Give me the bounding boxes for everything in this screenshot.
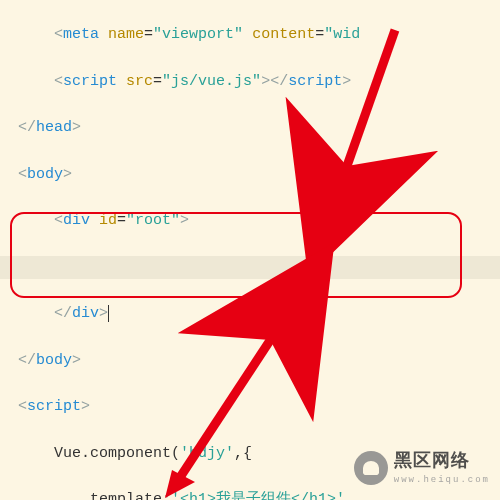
watermark-text: 黑区网络 (394, 448, 490, 476)
code-block: <meta name="viewport" content="wid <scri… (0, 0, 500, 500)
watermark-icon (354, 451, 388, 485)
code-line: </div> (18, 302, 500, 325)
highlighted-line (0, 256, 500, 279)
watermark: 黑区网络 www.heiqu.com (354, 448, 490, 488)
code-line: </head> (18, 116, 500, 139)
code-line: </body> (18, 349, 500, 372)
code-line: <meta name="viewport" content="wid (18, 23, 500, 46)
code-line: <script> (18, 395, 500, 418)
text-cursor (108, 305, 109, 322)
code-line: <script src="js/vue.js"></script> (18, 70, 500, 93)
code-line: <div id="root"> (18, 209, 500, 232)
code-line: template:'<h1>我是子组件</h1>' (18, 488, 500, 500)
code-line: <body> (18, 163, 500, 186)
watermark-url: www.heiqu.com (394, 474, 490, 488)
